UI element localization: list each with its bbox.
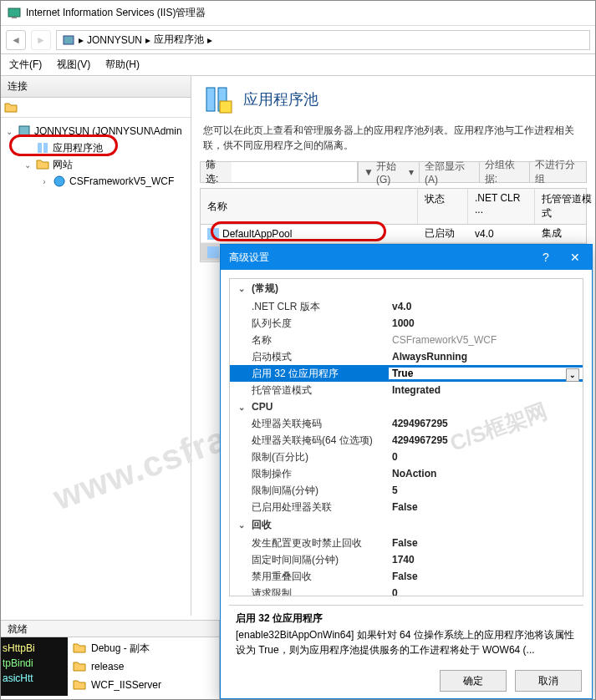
sidebar-toolbar [1, 98, 191, 118]
group-cpu[interactable]: ⌄CPU [230, 398, 583, 415]
group-recycle[interactable]: ⌄回收 [230, 515, 583, 535]
col-name[interactable]: 名称 [201, 189, 418, 224]
terminal-snippet: sHttpBi tpBindi asicHtt [1, 637, 68, 696]
group-by-label: 分组依据: [479, 162, 529, 182]
svg-rect-3 [19, 126, 29, 136]
prop-row-selected[interactable]: 启用 32 位应用程序True⌄ [230, 365, 583, 382]
svg-rect-7 [206, 88, 215, 111]
dialog-titlebar[interactable]: 高级设置 ? ✕ [221, 245, 592, 270]
folder-icon [73, 660, 86, 673]
menu-view[interactable]: 视图(V) [57, 58, 90, 72]
app-pool-big-icon [203, 84, 233, 114]
titlebar: Internet Information Services (IIS)管理器 [1, 1, 595, 26]
go-button[interactable]: ▼ 开始(G) ▾ [358, 162, 419, 182]
group-general[interactable]: ⌄(常规) [230, 279, 583, 298]
group-by-select[interactable]: 不进行分组 [529, 162, 586, 182]
filter-bar: 筛选: ▼ 开始(G) ▾ 全部显示(A) 分组依据: 不进行分组 [200, 161, 587, 183]
menubar: 文件(F) 视图(V) 帮助(H) [1, 54, 595, 76]
list-item[interactable]: release [68, 657, 219, 676]
sites-icon [36, 158, 49, 171]
prop-row[interactable]: 处理器关联掩码4294967295 [230, 415, 583, 432]
bottom-panel: 就绪 sHttpBi tpBindi asicHtt Debug - 副本 re… [1, 620, 220, 699]
globe-icon [53, 175, 66, 188]
tree-server[interactable]: JONNYSUN (JONNYSUN\Admin [34, 125, 182, 137]
pool-icon [207, 228, 219, 240]
prop-row[interactable]: 处理器关联掩码(64 位选项)4294967295 [230, 432, 583, 449]
list-item[interactable]: Debug - 副本 [68, 639, 219, 657]
connections-header: 连接 [1, 76, 191, 98]
breadcrumb-server[interactable]: JONNYSUN [87, 34, 142, 46]
prop-row[interactable]: 限制(百分比)0 [230, 449, 583, 465]
tree-toggle[interactable]: › [39, 177, 49, 186]
cancel-button[interactable]: 取消 [515, 670, 582, 692]
advanced-settings-dialog: 高级设置 ? ✕ C/S框架网 ⌄(常规) .NET CLR 版本v4.0 队列… [220, 244, 593, 699]
sidebar: 连接 ⌄JONNYSUN (JONNYSUN\Admin 应用程序池 ⌄网站 ›… [1, 76, 191, 616]
prop-row[interactable]: 托管管道模式Integrated [230, 382, 583, 398]
dropdown-icon[interactable]: ⌄ [566, 368, 579, 382]
breadcrumb-page[interactable]: 应用程序池 [154, 33, 204, 47]
file-list: Debug - 副本 release WCF_IISServer [68, 637, 219, 696]
folder-icon [73, 642, 86, 655]
prop-row[interactable]: 队列长度1000 [230, 315, 583, 332]
show-all-button[interactable]: 全部显示(A) [419, 162, 479, 182]
svg-rect-2 [64, 36, 74, 44]
pool-icon [207, 246, 219, 258]
close-icon[interactable]: ✕ [558, 245, 592, 270]
page-description: 您可以在此页上查看和管理服务器上的应用程序池列表。应用程序池与工作进程相关联，供… [191, 123, 595, 161]
navbar: ◄ ► ▸ JONNYSUN ▸ 应用程序池 ▸ [1, 26, 595, 54]
prop-row[interactable]: 启动模式AlwaysRunning [230, 348, 583, 365]
col-pipe[interactable]: 托管管道模式 [535, 189, 595, 224]
prop-row[interactable]: .NET CLR 版本v4.0 [230, 298, 583, 315]
prop-row[interactable]: 限制操作NoAction [230, 465, 583, 482]
desc-text: [enable32BitAppOnWin64] 如果针对 64 位操作系统上的应… [236, 627, 577, 657]
prop-row[interactable]: 名称CSFrameworkV5_WCF [230, 332, 583, 348]
folder-icon[interactable] [4, 101, 18, 114]
svg-point-6 [54, 176, 64, 186]
prop-row[interactable]: 固定时间间隔(分钟)1740 [230, 551, 583, 568]
prop-row[interactable]: 禁用重叠回收False [230, 568, 583, 585]
breadcrumb[interactable]: ▸ JONNYSUN ▸ 应用程序池 ▸ [56, 30, 590, 50]
svg-rect-0 [8, 8, 20, 17]
filter-input[interactable] [232, 162, 358, 182]
nav-forward-button: ► [31, 30, 51, 50]
prop-row[interactable]: 发生配置更改时禁止回收False [230, 535, 583, 551]
window-title: Internet Information Services (IIS)管理器 [26, 6, 206, 20]
list-item[interactable]: WCF_IISServer [68, 676, 219, 694]
tree-site1[interactable]: CSFrameworkV5_WCF [69, 175, 174, 187]
connections-tree: ⌄JONNYSUN (JONNYSUN\Admin 应用程序池 ⌄网站 ›CSF… [1, 118, 191, 616]
ok-button[interactable]: 确定 [440, 670, 507, 692]
property-description: 启用 32 位应用程序 [enable32BitAppOnWin64] 如果针对… [229, 605, 583, 663]
filter-label: 筛选: [201, 158, 232, 186]
svg-rect-1 [12, 17, 17, 18]
status-text: 就绪 [1, 621, 219, 637]
server-node-icon [18, 124, 31, 138]
prop-row[interactable]: 已启用处理器关联False [230, 499, 583, 515]
app-pools-icon [36, 141, 49, 155]
menu-file[interactable]: 文件(F) [9, 58, 42, 72]
property-grid: C/S框架网 ⌄(常规) .NET CLR 版本v4.0 队列长度1000 名称… [229, 278, 583, 596]
grid-headers: 名称 状态 .NET CLR ... 托管管道模式 [200, 188, 587, 224]
dialog-title: 高级设置 [229, 251, 533, 265]
tree-toggle[interactable]: ⌄ [23, 160, 33, 170]
tree-sites[interactable]: 网站 [53, 158, 73, 172]
svg-rect-4 [38, 143, 42, 153]
col-clr[interactable]: .NET CLR ... [468, 189, 535, 224]
menu-help[interactable]: 帮助(H) [105, 58, 140, 72]
folder-icon [73, 678, 86, 692]
desc-title: 启用 32 位应用程序 [236, 611, 577, 626]
grid-row[interactable]: DefaultAppPool 已启动 v4.0 集成 [201, 225, 586, 243]
svg-rect-11 [207, 246, 219, 258]
prop-row[interactable]: 限制间隔(分钟)5 [230, 482, 583, 499]
server-icon [62, 33, 75, 47]
tree-app-pools[interactable]: 应用程序池 [53, 141, 103, 155]
tree-toggle[interactable]: ⌄ [4, 127, 14, 136]
iis-icon [8, 7, 21, 20]
page-title: 应用程序池 [243, 89, 318, 109]
svg-rect-10 [207, 228, 219, 240]
col-status[interactable]: 状态 [418, 189, 468, 224]
nav-back-button[interactable]: ◄ [6, 30, 26, 50]
prop-row[interactable]: 请求限制0 [230, 585, 583, 596]
help-icon[interactable]: ? [533, 251, 558, 264]
svg-rect-9 [220, 101, 232, 113]
svg-rect-5 [43, 143, 48, 153]
